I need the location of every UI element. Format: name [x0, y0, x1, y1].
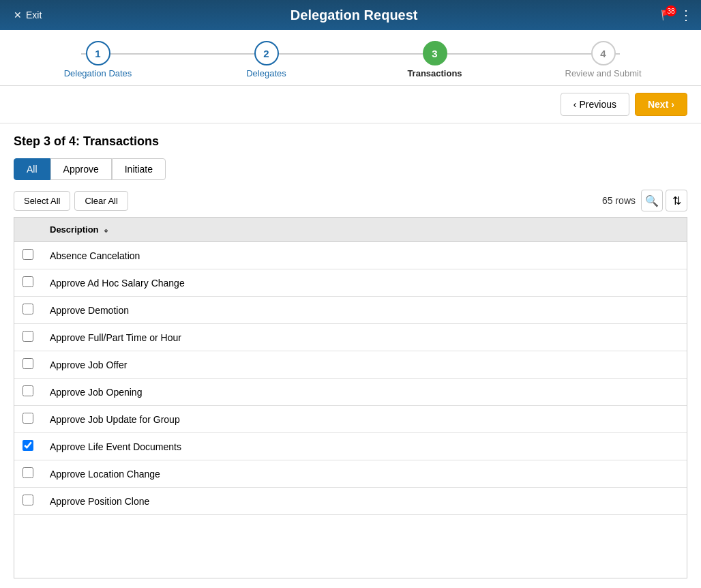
row-checkbox-cell [14, 269, 42, 297]
checkbox-row-8[interactable] [23, 467, 33, 478]
checkbox-row-6[interactable] [23, 413, 33, 424]
table-row: Approve Ad Hoc Salary Change [14, 269, 687, 297]
tab-approve[interactable]: Approve [50, 158, 112, 180]
checkbox-row-9[interactable] [23, 495, 33, 505]
checkbox-row-4[interactable] [23, 358, 33, 369]
table-row: Approve Life Event Documents [14, 433, 687, 460]
step-3: 3 Transactions [350, 41, 519, 78]
table-row: Approve Job Offer [14, 351, 687, 379]
search-icon: 🔍 [645, 194, 659, 207]
table-row: Absence Cancelation [14, 242, 687, 269]
more-options-icon[interactable]: ⋮ [679, 7, 693, 23]
checkbox-row-3[interactable] [23, 331, 33, 342]
description-header[interactable]: Description ⬦ [42, 218, 687, 242]
row-description: Approve Position Clone [42, 488, 687, 515]
select-all-button[interactable]: Select All [14, 191, 70, 211]
checkbox-header [14, 218, 42, 242]
table-row: Approve Position Clone [14, 488, 687, 515]
row-checkbox-cell [14, 324, 42, 351]
step-1-label[interactable]: Delegation Dates [64, 68, 132, 78]
next-button[interactable]: Next › [635, 93, 687, 116]
navigation-buttons: ‹ Previous Next › [0, 86, 701, 123]
step-2-circle: 2 [254, 41, 279, 65]
filter-tabs: All Approve Initiate [14, 158, 687, 180]
stepper: 1 Delegation Dates 2 Delegates 3 Transac… [14, 41, 687, 78]
exit-label: Exit [26, 10, 42, 20]
row-checkbox-cell [14, 460, 42, 488]
checkbox-row-1[interactable] [23, 276, 33, 287]
row-checkbox-cell [14, 351, 42, 379]
tab-all[interactable]: All [14, 158, 50, 180]
row-description: Approve Demotion [42, 297, 687, 324]
toolbar-left: Select All Clear All [14, 191, 128, 211]
header-actions: 🚩 38 ⋮ [661, 7, 693, 23]
next-label: Next [648, 99, 668, 110]
row-checkbox-cell [14, 297, 42, 324]
cart-badge: 38 [666, 5, 676, 16]
step-4-label: Review and Submit [565, 68, 642, 78]
row-checkbox-cell [14, 488, 42, 515]
tab-initiate[interactable]: Initiate [112, 158, 166, 180]
row-checkbox-cell [14, 406, 42, 433]
exit-button[interactable]: ✕ Exit [8, 7, 47, 23]
app-header: ✕ Exit Delegation Request 🚩 38 ⋮ [0, 0, 701, 30]
sort-icon: ⇅ [672, 194, 681, 207]
step-3-circle: 3 [423, 41, 447, 65]
table-row: Approve Full/Part Time or Hour [14, 324, 687, 351]
row-description: Approve Life Event Documents [42, 433, 687, 460]
step-2: 2 Delegates [182, 41, 350, 78]
chevron-right-icon: › [671, 99, 674, 110]
row-description: Approve Job Offer [42, 351, 687, 379]
cart-button[interactable]: 🚩 38 [661, 10, 672, 20]
row-checkbox-cell [14, 433, 42, 460]
exit-icon: ✕ [14, 10, 22, 20]
checkbox-row-5[interactable] [23, 385, 33, 396]
row-checkbox-cell [14, 379, 42, 406]
table-row: Approve Job Update for Group [14, 406, 687, 433]
checkbox-row-7[interactable] [23, 440, 33, 451]
sort-button[interactable]: ⇅ [666, 190, 687, 211]
row-description: Approve Full/Part Time or Hour [42, 324, 687, 351]
toolbar-row: Select All Clear All 65 rows 🔍 ⇅ [14, 190, 687, 211]
table-header-row: Description ⬦ [14, 218, 687, 242]
row-description: Approve Job Update for Group [42, 406, 687, 433]
search-button[interactable]: 🔍 [641, 190, 663, 211]
toolbar-right: 🔍 ⇅ [641, 190, 687, 211]
row-checkbox-cell [14, 242, 42, 269]
previous-label: Previous [580, 99, 616, 110]
app-title: Delegation Request [47, 8, 661, 23]
row-description: Approve Job Opening [42, 379, 687, 406]
transactions-table: Description ⬦ Absence CancelationApprove… [14, 217, 687, 578]
checkbox-row-0[interactable] [23, 249, 33, 260]
row-description: Approve Location Change [42, 460, 687, 488]
step-1-circle: 1 [86, 41, 110, 65]
step-4: 4 Review and Submit [519, 41, 687, 78]
step-1: 1 Delegation Dates [14, 41, 182, 78]
previous-button[interactable]: ‹ Previous [561, 93, 629, 116]
step-3-label: Transactions [407, 68, 462, 78]
table-row: Approve Demotion [14, 297, 687, 324]
clear-all-button[interactable]: Clear All [74, 191, 128, 211]
rows-count: 65 rows [602, 195, 636, 206]
chevron-left-icon: ‹ [573, 99, 577, 110]
sort-icon: ⬦ [104, 226, 108, 234]
table-row: Approve Job Opening [14, 379, 687, 406]
step-2-label[interactable]: Delegates [246, 68, 286, 78]
checkbox-row-2[interactable] [23, 304, 33, 314]
main-content: Step 3 of 4: Transactions All Approve In… [0, 123, 701, 588]
step-heading: Step 3 of 4: Transactions [14, 134, 687, 149]
table-row: Approve Location Change [14, 460, 687, 488]
row-description: Absence Cancelation [42, 242, 687, 269]
row-description: Approve Ad Hoc Salary Change [42, 269, 687, 297]
stepper-container: 1 Delegation Dates 2 Delegates 3 Transac… [0, 30, 701, 86]
step-4-circle: 4 [591, 41, 616, 65]
